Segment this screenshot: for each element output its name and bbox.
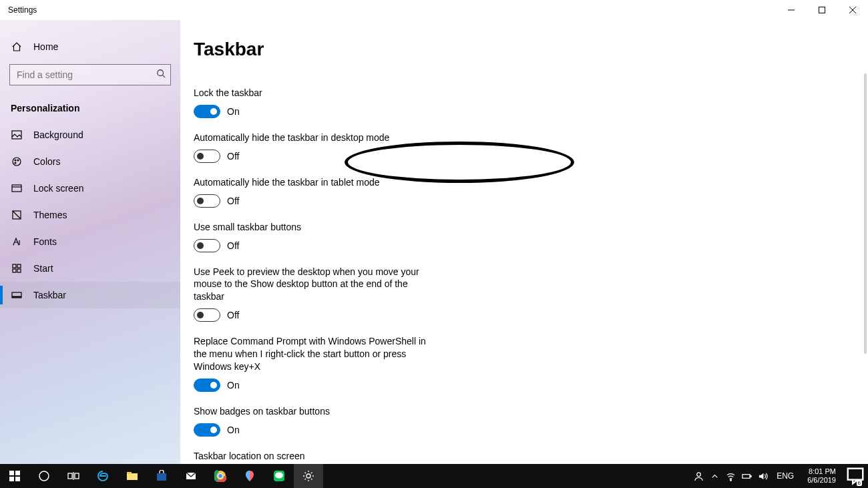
toggle-state: Off xyxy=(227,240,239,251)
setting-autohide-desktop: Automatically hide the taskbar in deskto… xyxy=(194,132,641,163)
setting-autohide-tablet: Automatically hide the taskbar in tablet… xyxy=(194,176,641,208)
main: Taskbar Lock the taskbar On Automaticall… xyxy=(180,20,868,488)
taskbar-app-maps[interactable] xyxy=(235,464,264,488)
notification-badge: 6 xyxy=(857,480,862,486)
svg-point-39 xyxy=(306,474,310,478)
sidebar-item-background[interactable]: Background xyxy=(0,121,180,148)
sidebar-item-start[interactable]: Start xyxy=(0,255,180,282)
titlebar: Settings xyxy=(0,0,868,20)
settings-window: Settings Home Personalization xyxy=(0,0,868,488)
sidebar-item-colors[interactable]: Colors xyxy=(0,148,180,175)
taskbar-app-edge[interactable] xyxy=(88,464,118,488)
taskbar-left xyxy=(0,464,323,488)
taskbar-app-settings[interactable] xyxy=(294,464,323,488)
svg-rect-25 xyxy=(68,473,72,479)
sidebar-home-label: Home xyxy=(33,41,58,52)
svg-rect-30 xyxy=(157,473,166,481)
svg-rect-6 xyxy=(12,131,21,139)
sidebar-item-themes[interactable]: Themes xyxy=(0,202,180,228)
sidebar-item-label: Taskbar xyxy=(33,290,66,300)
svg-rect-22 xyxy=(9,477,14,481)
toggle-state: Off xyxy=(227,310,239,320)
sidebar-item-lockscreen[interactable]: Lock screen xyxy=(0,175,180,202)
clock[interactable]: 8:01 PM 6/6/2019 xyxy=(802,467,841,484)
toggle-small-buttons[interactable] xyxy=(194,239,220,252)
search-input[interactable] xyxy=(9,64,171,85)
task-view-button[interactable] xyxy=(59,464,88,488)
svg-rect-44 xyxy=(848,469,863,480)
taskbar-icon xyxy=(11,289,23,301)
svg-rect-29 xyxy=(127,472,132,474)
sidebar-home[interactable]: Home xyxy=(0,33,180,60)
svg-point-10 xyxy=(15,162,16,164)
minimize-button[interactable] xyxy=(776,0,807,20)
svg-rect-21 xyxy=(15,471,20,475)
taskbar-app-store[interactable] xyxy=(147,464,176,488)
svg-point-41 xyxy=(730,479,731,481)
taskbar-app-explorer[interactable] xyxy=(118,464,147,488)
sidebar-item-label: Background xyxy=(33,130,83,140)
taskbar-app-mail[interactable] xyxy=(176,464,206,488)
svg-rect-14 xyxy=(13,264,16,268)
settings-list: Lock the taskbar On Automatically hide t… xyxy=(194,87,641,488)
search-wrap xyxy=(0,60,180,95)
sidebar-item-label: Fonts xyxy=(33,236,57,247)
svg-point-9 xyxy=(17,160,19,161)
clock-time: 8:01 PM xyxy=(807,467,836,476)
close-button[interactable] xyxy=(837,0,868,20)
toggle-state: On xyxy=(227,425,240,435)
toggle-peek[interactable] xyxy=(194,308,220,322)
toggle-autohide-tablet[interactable] xyxy=(194,194,220,208)
picture-icon xyxy=(11,129,23,141)
toggle-state: Off xyxy=(227,151,239,162)
svg-line-5 xyxy=(163,75,166,78)
wifi-icon[interactable] xyxy=(724,470,736,482)
svg-rect-11 xyxy=(12,185,21,192)
toggle-autohide-desktop[interactable] xyxy=(194,150,220,163)
sidebar-item-taskbar[interactable]: Taskbar xyxy=(0,282,180,308)
scrollbar-thumb[interactable] xyxy=(864,73,867,354)
taskbar-app-line[interactable] xyxy=(264,464,294,488)
setting-label: Use small taskbar buttons xyxy=(194,221,641,234)
svg-rect-28 xyxy=(127,473,138,480)
maximize-button[interactable] xyxy=(807,0,837,20)
language-indicator[interactable]: ENG xyxy=(773,471,798,481)
battery-icon[interactable] xyxy=(740,470,752,482)
toggle-badges[interactable] xyxy=(194,423,220,437)
svg-rect-26 xyxy=(75,473,79,479)
toggle-powershell[interactable] xyxy=(194,379,220,392)
tray-expand-icon[interactable] xyxy=(708,470,720,482)
toggle-state: Off xyxy=(227,196,239,206)
sidebar-item-label: Colors xyxy=(33,156,60,167)
svg-rect-23 xyxy=(15,477,20,481)
window-controls xyxy=(776,0,868,20)
lockscreen-icon xyxy=(11,182,23,194)
content: Home Personalization Background Colors xyxy=(0,20,868,488)
setting-label: Lock the taskbar xyxy=(194,87,441,99)
svg-point-8 xyxy=(15,160,16,161)
setting-small-buttons: Use small taskbar buttons Off xyxy=(194,221,641,252)
svg-point-40 xyxy=(696,472,700,476)
people-icon[interactable] xyxy=(692,470,704,482)
scrollbar[interactable] xyxy=(859,60,868,488)
svg-rect-16 xyxy=(13,269,16,272)
start-icon xyxy=(11,262,23,274)
windows-taskbar: ENG 8:01 PM 6/6/2019 6 xyxy=(0,464,868,488)
toggle-lock-taskbar[interactable] xyxy=(194,105,220,118)
setting-label: Show badges on taskbar buttons xyxy=(194,405,641,418)
setting-label: Taskbar location on screen xyxy=(194,450,641,463)
setting-label: Automatically hide the taskbar in tablet… xyxy=(194,176,641,189)
taskbar-app-chrome[interactable] xyxy=(206,464,235,488)
sidebar-section: Personalization xyxy=(0,95,180,121)
action-center-button[interactable]: 6 xyxy=(845,464,865,488)
start-button[interactable] xyxy=(0,464,29,488)
sidebar-item-label: Lock screen xyxy=(33,183,83,194)
sidebar-item-fonts[interactable]: Fonts xyxy=(0,228,180,255)
setting-peek: Use Peek to preview the desktop when you… xyxy=(194,266,641,322)
svg-point-38 xyxy=(275,473,283,479)
svg-rect-17 xyxy=(17,269,21,272)
volume-icon[interactable] xyxy=(756,470,769,482)
svg-rect-20 xyxy=(9,471,14,475)
cortana-button[interactable] xyxy=(29,464,59,488)
clock-date: 6/6/2019 xyxy=(807,476,836,485)
